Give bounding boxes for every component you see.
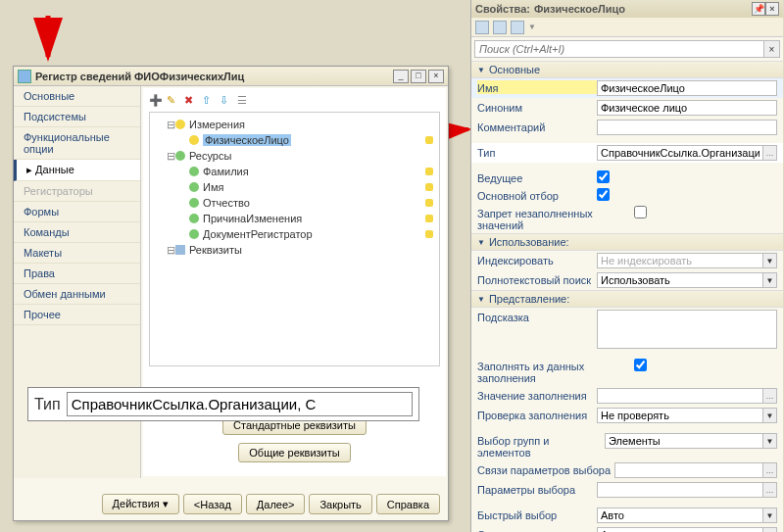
leading-checkbox[interactable] — [597, 170, 610, 183]
res-icon — [189, 214, 199, 223]
btn-label: Действия — [113, 498, 160, 509]
panel-titlebar[interactable]: Свойства: ФизическоеЛицо 📌 × — [471, 0, 783, 18]
chevron-down-icon[interactable]: ▼ — [763, 272, 777, 288]
prop-label-tip: Тип — [477, 145, 597, 159]
up-icon[interactable]: ⇧ — [202, 94, 216, 108]
param-links-field[interactable] — [614, 462, 763, 478]
maximize-button[interactable]: □ — [411, 70, 426, 83]
tree-node[interactable]: Имя — [203, 181, 223, 193]
params-field[interactable] — [597, 482, 763, 498]
fill-checkbox[interactable] — [634, 359, 647, 371]
actions-button[interactable]: Действия ▾ — [102, 494, 179, 514]
sidebar-item-funkopt[interactable]: Функциональные опции — [14, 127, 140, 160]
pin-icon[interactable]: 📌 — [752, 2, 765, 16]
sidebar-item-formy[interactable]: Формы — [14, 202, 140, 222]
edit-icon[interactable]: ✎ — [167, 94, 180, 108]
zoom-input[interactable] — [67, 392, 413, 416]
res-icon — [189, 167, 199, 176]
chevron-down-icon[interactable]: ▼ — [763, 527, 777, 532]
zoom-callout: Тип — [27, 387, 419, 421]
tree-node[interactable]: Отчество — [203, 197, 250, 209]
sidebar-item-obmen[interactable]: Обмен данными — [14, 284, 140, 305]
name-field[interactable] — [597, 80, 777, 96]
sidebar-item-osnovnye[interactable]: Основные — [14, 86, 140, 107]
prop-label-zap: Запрет незаполненных значений — [477, 206, 634, 231]
section-use[interactable]: ▼Использование: — [471, 233, 783, 251]
section-label: Использование: — [489, 236, 569, 248]
tb-icon-1[interactable] — [475, 21, 489, 34]
panel-title-1: Свойства: — [475, 3, 530, 15]
sidebar-item-registratory[interactable]: Регистраторы — [14, 181, 140, 202]
synonym-field[interactable] — [597, 100, 777, 116]
help-button[interactable]: Справка — [376, 494, 440, 514]
fast-dropdown[interactable] — [597, 508, 763, 523]
tree-node[interactable]: ДокументРегистратор — [203, 228, 313, 240]
chevron-down-icon[interactable]: ▼ — [528, 23, 536, 31]
search-input[interactable] — [474, 40, 764, 58]
marker-icon — [425, 168, 433, 175]
create-dropdown[interactable] — [597, 527, 763, 532]
picker-button[interactable]: … — [763, 388, 777, 404]
picker-button[interactable]: … — [763, 482, 777, 498]
tree-node[interactable]: Фамилия — [203, 166, 249, 177]
tb-icon-3[interactable] — [511, 21, 524, 34]
tree-node[interactable]: Реквизиты — [189, 244, 242, 256]
sidebar-item-prava[interactable]: Права — [14, 264, 140, 284]
tree-node[interactable]: Ресурсы — [189, 150, 231, 162]
tree-node-selected[interactable]: ФизическоеЛицо — [203, 134, 291, 146]
back-button[interactable]: <Назад — [183, 494, 242, 514]
no-empty-checkbox[interactable] — [634, 206, 647, 218]
type-field[interactable] — [597, 145, 763, 161]
comment-field[interactable] — [597, 120, 777, 135]
panel-close-icon[interactable]: × — [765, 2, 779, 16]
sort-icon[interactable]: ☰ — [237, 94, 251, 108]
chevron-down-icon[interactable]: ▼ — [763, 508, 777, 523]
common-attrs-button[interactable]: Общие реквизиты — [238, 443, 350, 462]
tb-icon-2[interactable] — [493, 21, 507, 34]
section-view[interactable]: ▼Представление: — [471, 290, 783, 308]
fulltext-dropdown[interactable] — [597, 272, 763, 288]
sidebar-item-komandy[interactable]: Команды — [14, 222, 140, 243]
folder-icon — [175, 120, 185, 129]
add-icon[interactable]: ➕ — [149, 94, 163, 108]
tree[interactable]: ⊟Измерения ФизическоеЛицо ⊟Ресурсы Фамил… — [149, 112, 440, 366]
panel-toolbar: ▼ — [471, 18, 783, 37]
delete-icon[interactable]: ✖ — [184, 94, 198, 108]
clear-search-icon[interactable]: × — [764, 40, 780, 58]
sidebar-item-makety[interactable]: Макеты — [14, 243, 140, 264]
sidebar-item-prochee[interactable]: Прочее — [14, 305, 140, 325]
marker-icon — [425, 136, 433, 144]
window-titlebar[interactable]: Регистр сведений ФИОФизическихЛиц _ □ × — [14, 67, 448, 86]
down-icon[interactable]: ⇩ — [220, 94, 233, 108]
prop-label-ved: Ведущее — [477, 170, 597, 184]
close-form-button[interactable]: Закрыть — [309, 494, 371, 514]
chevron-down-icon[interactable]: ▼ — [763, 253, 777, 268]
hint-textarea[interactable] — [597, 310, 777, 349]
groups-dropdown[interactable] — [605, 433, 763, 449]
section-main[interactable]: ▼Основные — [471, 61, 783, 78]
main-filter-checkbox[interactable] — [597, 188, 610, 201]
picker-button[interactable]: … — [763, 462, 777, 478]
type-picker-button[interactable]: … — [763, 145, 777, 161]
minimize-button[interactable]: _ — [393, 70, 409, 83]
fill-value-field[interactable] — [597, 388, 763, 404]
res-icon — [189, 198, 199, 208]
marker-icon — [425, 199, 433, 207]
prop-label-osn: Основной отбор — [477, 188, 597, 202]
footer: Действия ▾ <Назад Далее> Закрыть Справка — [14, 494, 448, 514]
sidebar-item-dannye[interactable]: ▸ Данные — [14, 160, 140, 181]
app-icon — [18, 70, 31, 83]
window-title: Регистр сведений ФИОФизическихЛиц — [35, 71, 391, 82]
index-dropdown[interactable] — [597, 253, 763, 268]
chevron-down-icon[interactable]: ▼ — [763, 408, 777, 423]
chevron-down-icon[interactable]: ▼ — [763, 433, 777, 449]
tree-node[interactable]: Измерения — [189, 119, 245, 130]
close-button[interactable]: × — [428, 70, 444, 83]
next-button[interactable]: Далее> — [246, 494, 306, 514]
check-dropdown[interactable] — [597, 408, 763, 423]
prop-label-fill: Заполнять из данных заполнения — [477, 359, 634, 384]
register-window: Регистр сведений ФИОФизическихЛиц _ □ × … — [13, 66, 449, 521]
sidebar-item-podsistemy[interactable]: Подсистемы — [14, 107, 140, 127]
section-label: Основные — [489, 64, 540, 75]
tree-node[interactable]: ПричинаИзменения — [203, 213, 302, 224]
